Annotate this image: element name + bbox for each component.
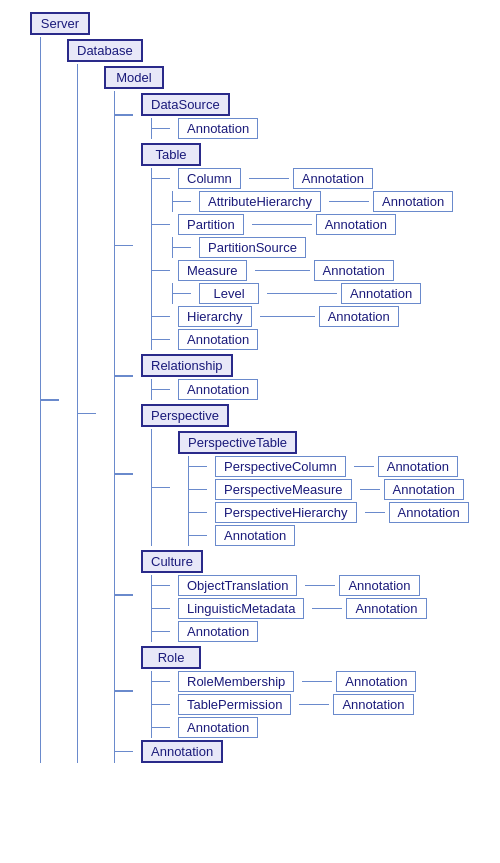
sib-h [249, 178, 289, 180]
h-line [152, 631, 170, 633]
column-box: Column [178, 168, 241, 189]
tablepermission-annotation: Annotation [299, 694, 413, 715]
role-box: Role [141, 646, 201, 669]
datasource-row: DataSource Annotation [115, 91, 469, 139]
culture-row: Culture ObjectTransla [115, 548, 469, 642]
perspective-box: Perspective [141, 404, 229, 427]
partitionsource-row: PartitionSource [173, 237, 453, 258]
h-line [115, 751, 133, 753]
h-line [115, 473, 133, 475]
measure-box: Measure [178, 260, 247, 281]
h-line [173, 247, 191, 249]
annotation-box: Annotation [178, 717, 258, 738]
objecttranslation-annotation: Annotation [305, 575, 419, 596]
database-row: Database Model [41, 37, 490, 763]
h-line [189, 489, 207, 491]
annotation-box: Annotation [341, 283, 421, 304]
h-line [152, 224, 170, 226]
annotation-under-table: Annotation [152, 329, 453, 350]
annotation-box: Annotation [293, 168, 373, 189]
sib-h [302, 681, 332, 683]
table-row: Table Column [115, 141, 469, 350]
partitionsource-box: PartitionSource [199, 237, 306, 258]
perspectivemeasure-row: PerspectiveMeasure Annotation [189, 479, 469, 500]
datasource-box: DataSource [141, 93, 230, 116]
perspectivetable-row: PerspectiveTable [152, 429, 469, 546]
h-line [78, 413, 96, 415]
perspectivehierarchy-box: PerspectiveHierarchy [215, 502, 357, 523]
annotation-box: Annotation [178, 621, 258, 642]
h-line [152, 681, 170, 683]
sib-h [252, 224, 312, 226]
level-box: Level [199, 283, 259, 304]
annotation-box: Annotation [336, 671, 416, 692]
h-line [189, 535, 207, 537]
h-line [152, 585, 170, 587]
sib-h [299, 704, 329, 706]
h-line [152, 339, 170, 341]
h-line [115, 114, 133, 116]
annotation-under-model: Annotation [115, 740, 469, 763]
hierarchy-box: Hierarchy [178, 306, 252, 327]
annotation-box: Annotation [333, 694, 413, 715]
perspectivecolumn-box: PerspectiveColumn [215, 456, 346, 477]
sib-h [329, 201, 369, 203]
sib-h [305, 585, 335, 587]
h-line [152, 608, 170, 610]
h-line [115, 375, 133, 377]
role-row: Role RoleMembership [115, 644, 469, 738]
annotation-under-perspectivetable: Annotation [189, 525, 469, 546]
annotation-box: Annotation [378, 456, 458, 477]
relationship-row: Relationship Annotation [115, 352, 469, 400]
database-box: Database [67, 39, 143, 62]
sib-h [255, 270, 310, 272]
linguisticmetadata-box: LinguisticMetadata [178, 598, 304, 619]
annotation-box: Annotation [373, 191, 453, 212]
perspectivehierarchy-row: PerspectiveHierarchy Annotation [189, 502, 469, 523]
perspectivecolumn-annotation: Annotation [354, 456, 458, 477]
perspectivemeasure-annotation: Annotation [360, 479, 464, 500]
relationship-box: Relationship [141, 354, 233, 377]
attrhier-annotation-sibling: Annotation [329, 191, 453, 212]
objecttranslation-box: ObjectTranslation [178, 575, 297, 596]
rolemembership-box: RoleMembership [178, 671, 294, 692]
hierarchy-annotation-sibling: Annotation [260, 306, 399, 327]
h-line [173, 201, 191, 203]
annotation-box: Annotation [178, 329, 258, 350]
annotation-box: Annotation [316, 214, 396, 235]
annotation-under-relationship: Annotation [152, 379, 258, 400]
annotation-box: Annotation [178, 118, 258, 139]
measure-row: Measure Annotation [152, 260, 453, 281]
h-line [189, 512, 207, 514]
perspectivetable-box: PerspectiveTable [178, 431, 297, 454]
h-line [115, 245, 133, 247]
hierarchy-row: Hierarchy Annotation [152, 306, 453, 327]
h-line [152, 128, 170, 130]
partition-box: Partition [178, 214, 244, 235]
sib-h [312, 608, 342, 610]
sib-h [354, 466, 374, 468]
h-line [189, 466, 207, 468]
partition-row: Partition Annotation [152, 214, 453, 235]
column-annotation-sibling: Annotation [249, 168, 373, 189]
h-line [173, 293, 191, 295]
column-row: Column Annotation [152, 168, 453, 189]
schema-tree: Server Database Mode [10, 12, 490, 763]
culture-box: Culture [141, 550, 203, 573]
objecttranslation-row: ObjectTranslation Annotation [152, 575, 427, 596]
level-annotation-sibling: Annotation [267, 283, 421, 304]
attrhier-row: AttributeHierarchy Annotation [173, 191, 453, 212]
annotation-under-datasource: Annotation [152, 118, 258, 139]
annotation-box: Annotation [314, 260, 394, 281]
server-node: Server [30, 12, 490, 35]
attrhier-box: AttributeHierarchy [199, 191, 321, 212]
annotation-box: Annotation [389, 502, 469, 523]
annotation-under-role: Annotation [152, 717, 416, 738]
annotation-box: Annotation [215, 525, 295, 546]
sib-h [365, 512, 385, 514]
annotation-box: Annotation [319, 306, 399, 327]
linguisticmetadata-annotation: Annotation [312, 598, 426, 619]
h-line [152, 727, 170, 729]
h-line [152, 704, 170, 706]
perspective-row: Perspective [115, 402, 469, 546]
